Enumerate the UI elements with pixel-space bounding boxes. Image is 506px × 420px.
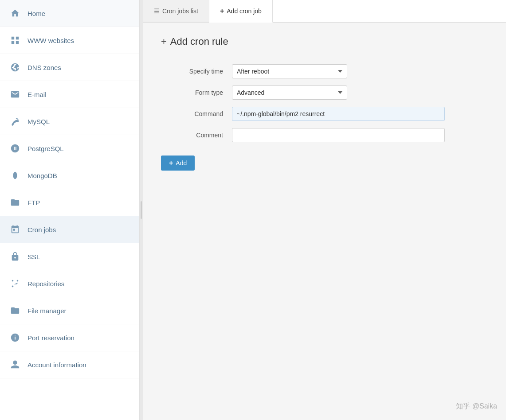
tab-add-cron-job-label: Add cron job (227, 8, 262, 15)
specify-time-select[interactable]: After reboot Every minute Every hour Eve… (232, 64, 347, 78)
form-row-comment: Comment (161, 124, 488, 146)
sidebar-item-postgresql-label: PostgreSQL (27, 145, 64, 152)
sidebar-item-ftp-label: FTP (27, 199, 40, 206)
sidebar-item-home[interactable]: Home (0, 0, 139, 27)
sidebar-item-www-label: WWW websites (27, 37, 74, 44)
form-type-label: Form type (161, 82, 232, 103)
sidebar-item-postgresql[interactable]: PostgreSQL (0, 135, 139, 162)
watermark: 知乎 @Saika (456, 402, 497, 411)
comment-input[interactable] (232, 128, 445, 142)
sidebar-item-repositories[interactable]: Repositories (0, 270, 139, 297)
tabs-bar: ☰ Cron jobs list + Add cron job (143, 0, 506, 23)
comment-label: Comment (161, 124, 232, 146)
sidebar-item-ssl-label: SSL (27, 253, 40, 261)
calendar-icon (9, 223, 21, 236)
form-actions: + Add (161, 146, 488, 171)
sidebar-item-www[interactable]: WWW websites (0, 27, 139, 54)
mongodb-icon (9, 169, 21, 182)
sidebar-item-repositories-label: Repositories (27, 280, 64, 288)
specify-time-input-cell: After reboot Every minute Every hour Eve… (232, 61, 488, 82)
sidebar-item-cron-jobs-label: Cron jobs (27, 226, 56, 233)
sidebar-item-dns-label: DNS zones (27, 64, 61, 71)
sidebar-item-file-manager[interactable]: File manager (0, 297, 139, 324)
user-icon (9, 358, 21, 371)
form-row-specify-time: Specify time After reboot Every minute E… (161, 61, 488, 82)
sidebar-item-account-label: Account information (27, 361, 86, 369)
sidebar-item-cron-jobs[interactable]: Cron jobs (0, 216, 139, 243)
page-body: + Add cron rule Specify time After reboo… (143, 23, 506, 420)
command-input[interactable] (232, 107, 445, 121)
sidebar-item-file-manager-label: File manager (27, 307, 67, 315)
plus-tab-icon: + (220, 7, 224, 15)
list-icon: ☰ (154, 8, 160, 15)
add-cron-form: Specify time After reboot Every minute E… (161, 61, 488, 146)
sidebar: Home WWW websites DNS zones E-mail MySQL… (0, 0, 140, 420)
tab-add-cron-job[interactable]: + Add cron job (209, 0, 273, 23)
grid-icon (9, 34, 21, 47)
command-label: Command (161, 103, 232, 124)
envelope-icon (9, 88, 21, 101)
sidebar-item-mongodb-label: MongoDB (27, 172, 57, 179)
sidebar-item-mongodb[interactable]: MongoDB (0, 162, 139, 189)
svg-point-0 (13, 172, 17, 179)
form-row-command: Command (161, 103, 488, 124)
add-button[interactable]: + Add (161, 156, 195, 171)
add-button-plus-icon: + (169, 159, 173, 167)
postgresql-icon (9, 142, 21, 155)
form-type-select[interactable]: Advanced Basic (232, 86, 347, 100)
command-input-cell (232, 103, 488, 124)
fork-icon (9, 277, 21, 290)
sidebar-item-port-reservation[interactable]: Port reservation (0, 324, 139, 351)
home-icon (9, 7, 21, 19)
sidebar-item-account-information[interactable]: Account information (0, 351, 139, 378)
lock-icon (9, 250, 21, 263)
sidebar-item-ssl[interactable]: SSL (0, 243, 139, 270)
page-title-plus-icon: + (161, 36, 167, 47)
ftp-icon (9, 196, 21, 209)
tab-cron-jobs-list-label: Cron jobs list (162, 8, 198, 15)
page-title: + Add cron rule (161, 36, 488, 47)
sidebar-item-email-label: E-mail (27, 91, 47, 98)
port-reservation-icon (9, 331, 21, 344)
sidebar-item-ftp[interactable]: FTP (0, 189, 139, 216)
tab-cron-jobs-list[interactable]: ☰ Cron jobs list (143, 0, 209, 22)
sidebar-item-mysql-label: MySQL (27, 118, 50, 125)
file-manager-icon (9, 304, 21, 317)
main-content: ☰ Cron jobs list + Add cron job + Add cr… (143, 0, 506, 420)
comment-input-cell (232, 124, 488, 146)
specify-time-label: Specify time (161, 61, 232, 82)
mysql-icon (9, 115, 21, 128)
sidebar-item-mysql[interactable]: MySQL (0, 108, 139, 135)
globe-icon (9, 61, 21, 74)
resize-handle[interactable] (140, 0, 143, 420)
sidebar-item-email[interactable]: E-mail (0, 81, 139, 108)
sidebar-item-home-label: Home (27, 10, 45, 17)
add-button-label: Add (176, 159, 187, 167)
form-row-form-type: Form type Advanced Basic (161, 82, 488, 103)
sidebar-item-dns[interactable]: DNS zones (0, 54, 139, 81)
page-title-text: Add cron rule (170, 36, 228, 47)
sidebar-item-port-reservation-label: Port reservation (27, 334, 75, 342)
form-type-input-cell: Advanced Basic (232, 82, 488, 103)
